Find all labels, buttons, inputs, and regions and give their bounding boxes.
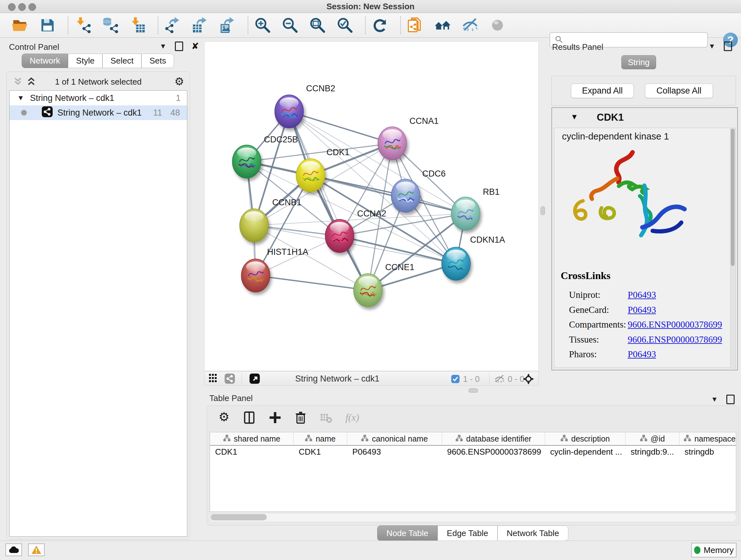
columns-icon[interactable] xyxy=(242,410,257,425)
table-cell[interactable]: 9606.ENSP00000378699 xyxy=(442,446,545,458)
table-row[interactable]: CDK1CDK1P064939606.ENSP00000378699cyclin… xyxy=(210,446,736,458)
crosslink-label: Uniprot: xyxy=(569,290,600,300)
tab-node-table[interactable]: Node Table xyxy=(377,525,437,541)
node-label: CCNE1 xyxy=(385,262,414,272)
application-window: Session: New Session ? Control Panel ▼ ✘… xyxy=(0,0,741,560)
float-panel-icon[interactable] xyxy=(175,42,183,51)
table-cell[interactable]: stringdb xyxy=(679,446,736,458)
network-node-HIST1H1A[interactable]: HIST1H1A xyxy=(241,247,308,292)
tree-expand-icon[interactable]: ▼ xyxy=(17,94,24,102)
cloud-button[interactable] xyxy=(5,543,22,556)
column-header-database-identifier[interactable]: database identifier xyxy=(442,432,545,445)
birdseye-grid-icon[interactable] xyxy=(209,374,220,385)
network-node-CCNB2[interactable]: CCNB2 xyxy=(275,84,335,128)
table-cell[interactable]: stringdb:9... xyxy=(625,446,679,458)
home-icon[interactable] xyxy=(433,15,452,35)
column-header-name[interactable]: name xyxy=(293,432,347,445)
float-panel-icon[interactable] xyxy=(724,42,732,51)
memory-button[interactable]: Memory xyxy=(691,543,737,557)
vertical-splitter-handle[interactable] xyxy=(541,206,545,215)
control-panel-tabs: NetworkStyleSelectSets xyxy=(22,54,174,68)
column-header-canonical-name[interactable]: canonical name xyxy=(347,432,442,445)
tab-network[interactable]: Network xyxy=(22,54,68,68)
hide-panel-icon[interactable] xyxy=(461,15,479,35)
hierarchy-icon xyxy=(455,434,463,443)
table-cell[interactable]: P06493 xyxy=(347,446,442,458)
table-delete-icon xyxy=(319,410,333,425)
network-node-CCNA2[interactable]: CCNA2 xyxy=(325,209,387,253)
horizontal-splitter-handle[interactable] xyxy=(468,388,478,393)
string-document-icon[interactable] xyxy=(406,15,424,35)
tab-select[interactable]: Select xyxy=(103,54,141,68)
gear-icon[interactable]: ⚙ xyxy=(175,75,184,88)
table-horizontal-scrollbar[interactable] xyxy=(210,513,736,522)
panel-menu-icon[interactable]: ▼ xyxy=(709,42,716,51)
refresh-icon[interactable] xyxy=(371,15,389,35)
save-session-icon[interactable] xyxy=(38,15,57,35)
results-panel: Results Panel ▼ ✘ String Expand All Coll… xyxy=(549,41,741,373)
tab-sets[interactable]: Sets xyxy=(141,54,174,68)
tab-network-table[interactable]: Network Table xyxy=(497,525,568,541)
share-network-icon[interactable] xyxy=(224,373,235,385)
table-tabs: Node TableEdge TableNetwork Table xyxy=(377,525,568,541)
warning-button[interactable] xyxy=(28,543,45,556)
column-header-description[interactable]: description xyxy=(545,432,625,445)
open-in-window-icon[interactable] xyxy=(249,373,260,385)
plus-icon[interactable] xyxy=(268,410,282,425)
section-collapse-icon[interactable]: ▼ xyxy=(570,112,578,121)
table-cell[interactable]: cyclin-dependent ... xyxy=(545,446,625,458)
table-cell[interactable]: CDK1 xyxy=(210,446,293,458)
zoom-selected-icon[interactable] xyxy=(336,15,354,35)
attribute-table[interactable]: shared namenamecanonical namedatabase id… xyxy=(210,432,736,512)
fit-selected-crosshair-icon[interactable] xyxy=(522,373,535,386)
zoom-in-icon[interactable] xyxy=(253,15,272,35)
network-node-CCNB1[interactable]: CCNB1 xyxy=(240,198,301,242)
network-collection-row[interactable]: ▼ String Network – cdk1 1 xyxy=(10,91,187,105)
node-label: CDK1 xyxy=(327,147,349,157)
toolbar-separator xyxy=(365,16,366,34)
network-node-CCNA1[interactable]: CCNA1 xyxy=(378,116,439,160)
crosslink-row: Compartments:9606.ENSP00000378699 xyxy=(554,319,731,332)
gear-icon[interactable]: ⚙ xyxy=(217,410,231,425)
import-network-database-icon[interactable] xyxy=(101,15,119,35)
export-image-icon[interactable] xyxy=(218,15,237,35)
crosslink-link[interactable]: 9606.ENSP00000378699 xyxy=(628,319,722,330)
warning-icon xyxy=(31,545,42,554)
hierarchy-icon xyxy=(223,434,231,443)
crosslink-link[interactable]: P06493 xyxy=(628,349,656,360)
hidden-eye-icon[interactable] xyxy=(494,374,504,384)
network-node-RB1[interactable]: RB1 xyxy=(451,187,500,230)
zoom-out-icon[interactable] xyxy=(281,15,299,35)
panel-menu-icon[interactable]: ▼ xyxy=(711,395,718,403)
open-session-icon[interactable] xyxy=(11,15,29,35)
panel-menu-icon[interactable]: ▼ xyxy=(159,42,166,51)
results-scrollbar[interactable] xyxy=(730,128,736,368)
column-header-namespace[interactable]: namespace xyxy=(679,432,736,445)
trash-icon[interactable] xyxy=(293,410,308,425)
crosslink-link[interactable]: P06493 xyxy=(628,305,656,315)
import-table-icon[interactable] xyxy=(128,15,147,35)
table-panel-title: Table Panel xyxy=(209,393,253,403)
column-header-shared-name[interactable]: shared name xyxy=(210,432,293,445)
network-view-canvas[interactable]: CCNB2CCNA1CDC25BCDK1CDC6RB1CCNB1CCNA2CDK… xyxy=(204,42,539,371)
show-panel-icon[interactable] xyxy=(488,15,507,35)
network-row[interactable]: String Network – cdk1 11 48 xyxy=(10,105,187,120)
import-network-icon[interactable] xyxy=(73,15,92,35)
table-cell[interactable]: CDK1 xyxy=(293,446,347,458)
expand-all-button[interactable]: Expand All xyxy=(571,84,634,98)
tab-style[interactable]: Style xyxy=(68,54,103,68)
fx-icon: f(x) xyxy=(344,410,359,425)
selected-checkbox-icon[interactable] xyxy=(451,374,460,385)
network-node-CDKN1A[interactable]: CDKN1A xyxy=(442,235,505,280)
collapse-all-button[interactable]: Collapse All xyxy=(645,84,713,98)
export-network-icon[interactable] xyxy=(163,15,182,35)
tab-string[interactable]: String xyxy=(621,55,656,69)
close-panel-icon[interactable]: ✘ xyxy=(192,41,199,51)
float-panel-icon[interactable] xyxy=(726,395,735,404)
tab-edge-table[interactable]: Edge Table xyxy=(437,525,497,541)
export-table-icon[interactable] xyxy=(191,15,209,35)
zoom-fit-icon[interactable] xyxy=(308,15,327,35)
crosslink-link[interactable]: P06493 xyxy=(628,290,656,300)
column-header--id[interactable]: @id xyxy=(625,432,679,445)
crosslink-link[interactable]: 9606.ENSP00000378699 xyxy=(628,334,722,345)
